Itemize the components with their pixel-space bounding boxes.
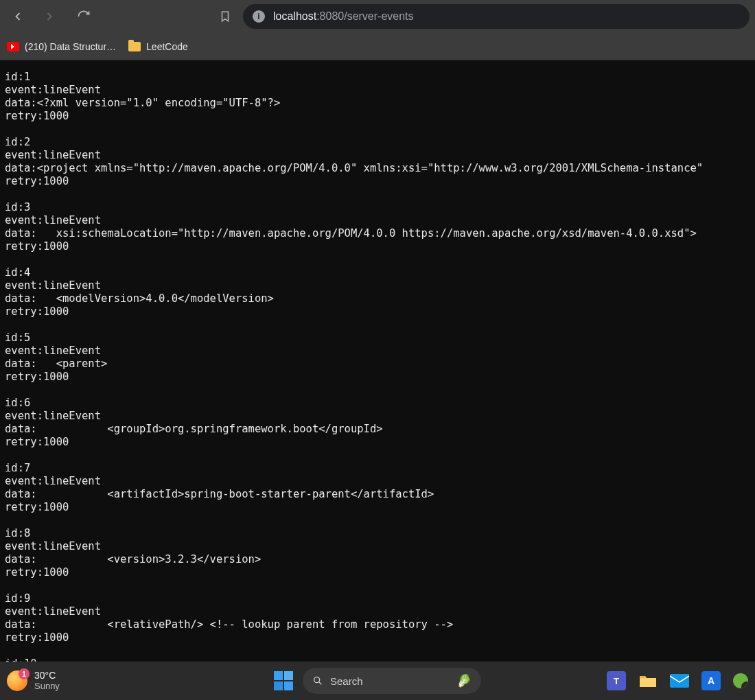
reload-button[interactable] [71, 4, 96, 29]
bookmark-label: LeetCode [146, 41, 188, 52]
windows-taskbar: 1 30°C Sunny Search 🥬 T A [0, 662, 755, 700]
taskbar-search-placeholder: Search [330, 675, 363, 687]
youtube-icon [7, 42, 19, 51]
file-explorer-icon[interactable] [638, 671, 658, 690]
forward-button[interactable] [37, 4, 62, 29]
envelope-icon [670, 674, 689, 688]
bookmark-item-youtube[interactable]: (210) Data Structur… [7, 41, 116, 52]
url-path: :8080/server-events [316, 10, 413, 22]
browser-toolbar: i localhost:8080/server-events [0, 0, 755, 33]
bookmark-label: (210) Data Structur… [25, 41, 116, 52]
taskbar-center: Search 🥬 [274, 668, 481, 694]
mail-app-icon[interactable] [670, 671, 689, 690]
nav-buttons [5, 4, 96, 29]
start-button[interactable] [274, 671, 293, 690]
weather-badge: 1 [19, 668, 30, 679]
chevron-right-icon [43, 10, 56, 23]
folder-icon [638, 673, 658, 688]
sse-stream-content: id:1 event:lineEvent data:<?xml version=… [0, 60, 755, 662]
chevron-left-icon [11, 10, 25, 23]
svg-line-1 [319, 682, 321, 684]
taskbar-pinned-apps: T A [607, 671, 748, 690]
back-button[interactable] [5, 4, 30, 29]
svg-rect-2 [670, 674, 689, 688]
teams-app-icon[interactable]: T [607, 671, 626, 690]
weather-text: 30°C Sunny [34, 670, 60, 692]
search-icon [312, 675, 323, 686]
bookmark-button[interactable] [213, 4, 237, 29]
taskbar-search[interactable]: Search 🥬 [303, 668, 481, 694]
azure-app-icon[interactable]: A [701, 671, 721, 690]
bookmark-item-leetcode[interactable]: LeetCode [128, 41, 188, 52]
weather-condition: Sunny [34, 681, 60, 692]
url-host: localhost [273, 10, 316, 22]
site-info-icon[interactable]: i [253, 10, 265, 23]
search-emoji-icon: 🥬 [456, 673, 472, 688]
address-bar[interactable]: i localhost:8080/server-events [243, 4, 750, 29]
bookmark-icon [219, 10, 231, 23]
url-text: localhost:8080/server-events [273, 10, 414, 23]
bookmarks-bar: (210) Data Structur… LeetCode [0, 33, 755, 60]
weather-sun-icon: 1 [7, 670, 27, 691]
folder-icon [128, 42, 141, 51]
weather-temperature: 30°C [34, 670, 60, 681]
weather-widget[interactable]: 1 30°C Sunny [7, 670, 60, 692]
spring-app-icon[interactable] [733, 673, 748, 688]
svg-point-0 [314, 677, 320, 683]
reload-icon [77, 10, 91, 23]
